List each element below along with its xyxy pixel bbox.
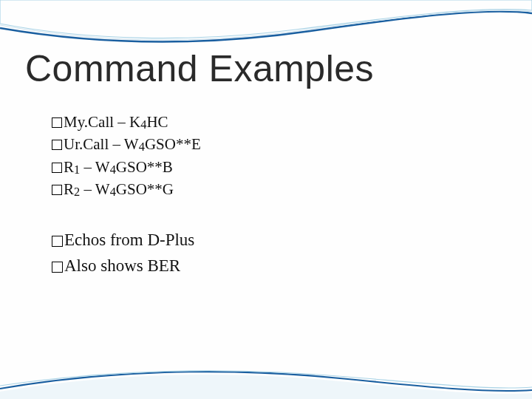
list-item: My.Call – K4HC bbox=[52, 111, 201, 133]
list-item-text: R1 – W4GSO**B bbox=[64, 156, 173, 178]
bullet-icon bbox=[52, 236, 63, 247]
bullet-icon bbox=[52, 117, 62, 128]
list-item: Ur.Call – W4GSO**E bbox=[52, 133, 201, 155]
bullet-icon bbox=[52, 163, 62, 173]
wave-decoration-top bbox=[0, 0, 532, 52]
bullet-icon bbox=[52, 140, 62, 150]
bullet-icon bbox=[52, 262, 63, 273]
slide: Command Examples My.Call – K4HC Ur.Call … bbox=[0, 0, 532, 399]
list-item: Echos from D-Plus bbox=[52, 228, 194, 253]
list-item-text: Also shows BER bbox=[64, 253, 180, 279]
list-item: R2 – W4GSO**G bbox=[52, 178, 201, 200]
wave-decoration-bottom bbox=[0, 359, 532, 399]
list-item-text: My.Call – K4HC bbox=[64, 111, 168, 133]
content-block-2: Echos from D-Plus Also shows BER bbox=[52, 228, 194, 279]
list-item: Also shows BER bbox=[52, 253, 194, 279]
bullet-icon bbox=[52, 185, 62, 195]
content-block-1: My.Call – K4HC Ur.Call – W4GSO**E R1 – W… bbox=[52, 111, 201, 201]
list-item-text: R2 – W4GSO**G bbox=[64, 178, 174, 200]
list-item: R1 – W4GSO**B bbox=[52, 156, 201, 178]
slide-title: Command Examples bbox=[25, 47, 374, 90]
list-item-text: Echos from D-Plus bbox=[64, 228, 194, 253]
list-item-text: Ur.Call – W4GSO**E bbox=[64, 133, 201, 155]
